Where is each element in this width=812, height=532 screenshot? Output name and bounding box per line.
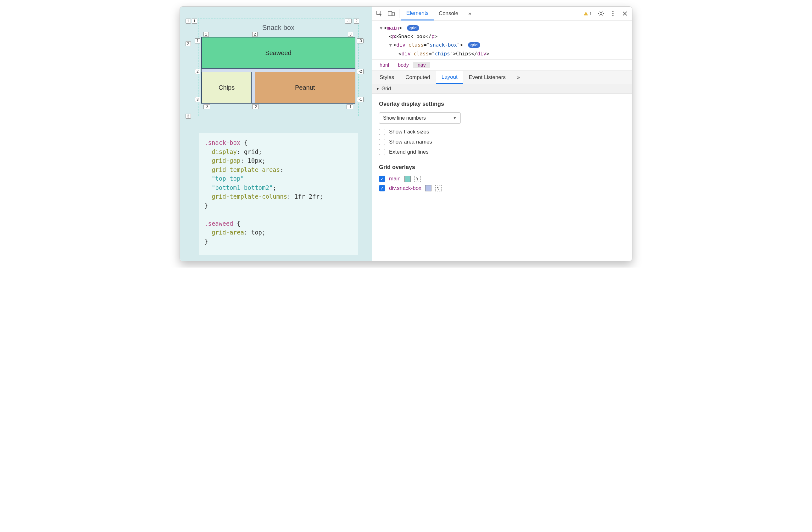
tab-elements[interactable]: Elements — [401, 6, 434, 20]
devtools-toolbar: Elements Console » 1 — [372, 6, 632, 20]
grid-section-title: Grid — [381, 86, 391, 92]
warnings-indicator[interactable]: 1 — [581, 11, 595, 16]
grid-line-badge: -3 — [203, 104, 210, 109]
grid-line-badge: 3 — [348, 32, 353, 37]
grid-line-badge: 1 — [203, 32, 209, 37]
preview-pane: 1 1 -1 2 2 3 Snack box 1 2 3 1 2 3 -3 -2… — [180, 6, 372, 261]
overlay-label[interactable]: main — [389, 176, 401, 182]
tabs-more-button[interactable]: » — [463, 6, 476, 20]
grid-cell-chips: Chips — [202, 72, 251, 103]
grid-line-badge: -2 — [252, 104, 259, 109]
svg-point-13 — [612, 13, 613, 14]
grid-line-badge: -3 — [357, 38, 364, 43]
warning-count: 1 — [589, 11, 592, 16]
subtabs-more-button[interactable]: » — [511, 71, 525, 84]
grid-cell-seaweed: Seaweed — [202, 37, 355, 69]
checkbox-row-track-sizes[interactable]: Show track sizes — [379, 129, 625, 135]
grid-line-badge: 1 — [195, 38, 200, 43]
overlay-settings-title: Overlay display settings — [379, 101, 625, 107]
inspect-icon[interactable] — [373, 8, 385, 19]
checkbox-label: Show track sizes — [389, 129, 429, 135]
page-title: Snack box — [199, 19, 358, 37]
checkbox-label: Extend grid lines — [389, 149, 429, 155]
disclosure-triangle-icon[interactable]: ▼ — [389, 42, 392, 48]
grid-section-header[interactable]: ▼ Grid — [372, 84, 632, 94]
color-swatch[interactable] — [425, 185, 432, 192]
grid-overlays-title: Grid overlays — [379, 164, 625, 171]
kebab-icon — [612, 10, 614, 17]
tab-styles[interactable]: Styles — [374, 71, 400, 84]
grid-line-badge: 2 — [195, 69, 200, 74]
color-swatch[interactable] — [404, 176, 411, 182]
overlay-label[interactable]: div.snack-box — [389, 185, 421, 192]
warning-icon — [584, 12, 588, 15]
dom-node-snack-box[interactable]: ▼<div class="snack-box"> grid — [380, 41, 631, 49]
close-icon — [622, 11, 627, 16]
tab-computed[interactable]: Computed — [400, 71, 436, 84]
line-numbers-select[interactable]: Show line numbers ▼ — [379, 112, 461, 124]
grid-line-badge: 3 — [195, 97, 200, 102]
svg-rect-2 — [392, 12, 394, 16]
outer-line-badge: 2 — [354, 18, 359, 24]
svg-line-9 — [602, 15, 603, 15]
outer-line-badge: -1 — [345, 18, 352, 24]
outer-line-badge: 1 — [192, 18, 197, 24]
svg-line-11 — [599, 15, 600, 15]
disclosure-triangle-icon[interactable]: ▼ — [380, 25, 383, 31]
checkbox-row-area-names[interactable]: Show area names — [379, 139, 625, 145]
grid-cell-peanut: Peanut — [255, 72, 355, 103]
checkbox[interactable] — [379, 129, 385, 135]
device-toggle-icon[interactable] — [385, 8, 397, 19]
svg-point-14 — [612, 15, 613, 16]
snack-box-grid-overlay: 1 2 3 1 2 3 -3 -2 -1 -3 -2 -1 Seaweed Ch… — [201, 37, 356, 103]
svg-line-10 — [602, 11, 603, 12]
svg-line-8 — [599, 11, 600, 12]
close-devtools-button[interactable] — [619, 8, 631, 19]
main-grid-overlay: 1 1 -1 2 2 3 Snack box 1 2 3 1 2 3 -3 -2… — [199, 19, 358, 115]
tab-layout[interactable]: Layout — [436, 71, 463, 84]
grid-line-badge: -2 — [357, 69, 364, 74]
select-value: Show line numbers — [383, 115, 426, 121]
dom-node-p[interactable]: <p>Snack box</p> — [380, 32, 631, 41]
dom-node-chips[interactable]: <div class="chips">Chips</div> — [380, 50, 631, 58]
overlay-row-main: ✓ main — [379, 176, 625, 182]
more-menu-button[interactable] — [607, 8, 619, 19]
snack-box-grid: Seaweed Chips Peanut — [202, 37, 355, 103]
outer-line-badge: 2 — [186, 41, 191, 46]
tab-console[interactable]: Console — [434, 6, 463, 20]
checkbox[interactable] — [379, 139, 385, 145]
outer-line-badge: 1 — [186, 18, 191, 24]
chevron-down-icon: ▼ — [453, 116, 456, 120]
svg-point-12 — [612, 11, 613, 12]
styles-pane-tabs: Styles Computed Layout Event Listeners » — [372, 71, 632, 84]
crumb-body[interactable]: body — [393, 62, 413, 68]
checkbox-row-extend-lines[interactable]: Extend grid lines — [379, 149, 625, 155]
settings-button[interactable] — [595, 8, 607, 19]
grid-line-badge: 2 — [252, 32, 258, 37]
grid-overlays-section: Grid overlays ✓ main ✓ div.snack-box — [379, 164, 625, 192]
outer-line-badge: 3 — [186, 114, 191, 119]
checkbox[interactable]: ✓ — [379, 185, 385, 192]
tab-event-listeners[interactable]: Event Listeners — [463, 71, 511, 84]
crumb-html[interactable]: html — [375, 62, 393, 68]
checkbox[interactable]: ✓ — [379, 176, 385, 182]
checkbox[interactable] — [379, 149, 385, 155]
highlight-element-icon[interactable] — [435, 185, 441, 192]
dom-tree[interactable]: ▼<main> grid <p>Snack box</p> ▼<div clas… — [372, 20, 632, 59]
grid-line-badge: -1 — [347, 104, 353, 109]
devtools-pane: Elements Console » 1 ▼<main> grid <p>Sna… — [372, 6, 632, 261]
checkbox-label: Show area names — [389, 139, 432, 145]
highlight-element-icon[interactable] — [415, 176, 421, 182]
dom-node-main[interactable]: ▼<main> grid — [380, 24, 631, 32]
app-window: 1 1 -1 2 2 3 Snack box 1 2 3 1 2 3 -3 -2… — [179, 6, 633, 261]
svg-point-3 — [600, 12, 602, 14]
css-code-block: .snack-box { display: grid; grid-gap: 10… — [199, 133, 358, 255]
grid-line-badge: -1 — [357, 97, 364, 102]
grid-badge[interactable]: grid — [407, 25, 419, 31]
layout-panel-body: Overlay display settings Show line numbe… — [372, 94, 632, 261]
breadcrumb: html body nav — [372, 59, 632, 71]
overlay-row-snack-box: ✓ div.snack-box — [379, 185, 625, 192]
crumb-nav[interactable]: nav — [413, 62, 430, 68]
grid-badge[interactable]: grid — [468, 42, 480, 48]
svg-rect-1 — [388, 11, 392, 16]
